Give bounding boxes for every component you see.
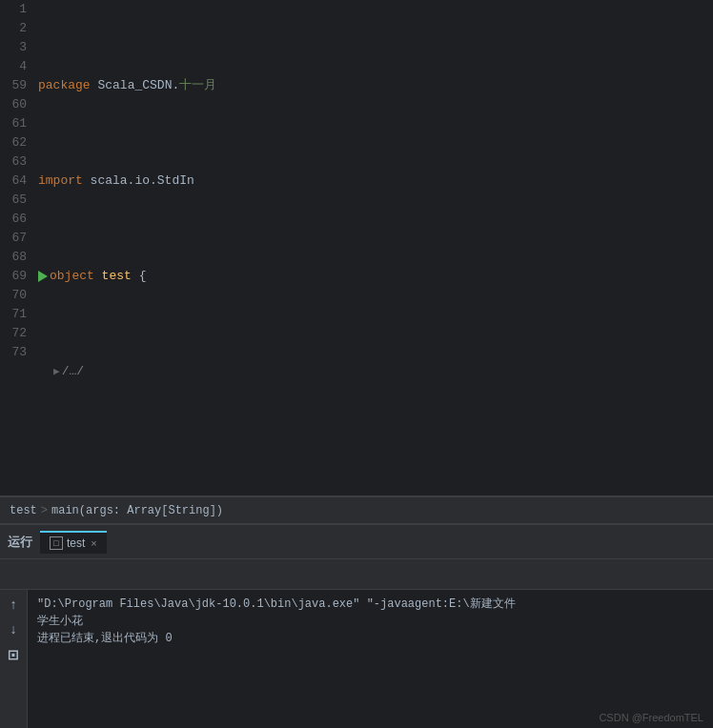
line-numbers: 1 2 3 4 59 60 61 62 63 64 65 66 67 68 69… — [0, 0, 34, 495]
exit-text: 进程已结束,退出代码为 0 — [37, 632, 173, 645]
left-sidebar-icons: ↑ ↓ ⊡ — [0, 590, 28, 728]
editor-area: 1 2 3 4 59 60 61 62 63 64 65 66 67 68 69… — [0, 0, 713, 495]
code-line-59 — [38, 457, 713, 476]
ln-1: 1 — [8, 0, 27, 19]
ln-60: 60 — [8, 95, 27, 114]
ln-66: 66 — [8, 210, 27, 229]
output-exit-line: 进程已结束,退出代码为 0 — [37, 630, 703, 647]
ln-62: 62 — [8, 133, 27, 152]
kw-package: package — [38, 76, 97, 95]
ln-68: 68 — [8, 248, 27, 267]
code-container: 1 2 3 4 59 60 61 62 63 64 65 66 67 68 69… — [0, 0, 713, 495]
sidebar-arrow-up[interactable]: ↑ — [2, 594, 25, 617]
ln-61: 61 — [8, 114, 27, 133]
output-area: "D:\Program Files\Java\jdk-10.0.1\bin\ja… — [28, 590, 713, 728]
watermark: CSDN @FreedomTEL — [599, 712, 703, 723]
breadcrumb-sep1: > — [41, 504, 48, 517]
panel-header: 运行 □ test × — [0, 525, 713, 559]
ln-70: 70 — [8, 286, 27, 305]
panel-output-row: ↑ ↓ ⊡ "D:\Program Files\Java\jdk-10.0.1\… — [0, 590, 713, 728]
ln-2: 2 — [8, 19, 27, 38]
tab-icon: □ — [50, 536, 63, 550]
sidebar-arrow-down[interactable]: ↓ — [2, 618, 25, 641]
code-line-1: package Scala_CSDN.十一月 — [38, 76, 713, 95]
run-triangle-3[interactable] — [38, 271, 48, 282]
tab-test[interactable]: □ test × — [40, 531, 107, 554]
cmd-text: "D:\Program Files\Java\jdk-10.0.1\bin\ja… — [37, 597, 516, 611]
ln-3: 3 — [8, 38, 27, 57]
result-text: 学生小花 — [37, 615, 83, 628]
tab-label: test — [67, 536, 85, 550]
bottom-panel: 运行 □ test × ↺ ■ ⋯ — [0, 523, 713, 728]
ln-63: 63 — [8, 152, 27, 172]
code-line-3: object test { — [38, 267, 713, 286]
tab-close-button[interactable]: × — [91, 537, 96, 549]
ln-65: 65 — [8, 191, 27, 210]
breadcrumb-method: main(args: Array[String]) — [51, 504, 223, 517]
sidebar-stop-icon[interactable]: ⊡ — [2, 643, 25, 666]
kw-import: import — [38, 172, 91, 191]
ln-59: 59 — [8, 76, 27, 95]
ln-67: 67 — [8, 229, 27, 248]
panel-toolbar: ↺ ■ ⋯ — [0, 559, 713, 590]
output-result-line: 学生小花 — [37, 613, 703, 630]
ln-73: 73 — [8, 343, 27, 362]
ln-69: 69 — [8, 267, 27, 286]
ln-4: 4 — [8, 57, 27, 76]
breadcrumb-bar: test > main(args: Array[String]) — [0, 496, 713, 523]
run-indicator-3[interactable] — [38, 271, 48, 282]
code-line-4: ▶ /…/ — [38, 362, 713, 381]
breadcrumb-file: test — [10, 504, 37, 517]
output-cmd-line: "D:\Program Files\Java\jdk-10.0.1\bin\ja… — [37, 596, 703, 613]
ln-64: 64 — [8, 172, 27, 191]
panel-title: 运行 — [8, 534, 32, 551]
code-lines: package Scala_CSDN.十一月 import scala.io.S… — [34, 0, 713, 495]
ln-72: 72 — [8, 324, 27, 343]
ln-71: 71 — [8, 305, 27, 324]
code-line-2: import scala.io.StdIn — [38, 172, 713, 191]
collapse-arrow-4[interactable]: ▶ — [53, 362, 60, 381]
